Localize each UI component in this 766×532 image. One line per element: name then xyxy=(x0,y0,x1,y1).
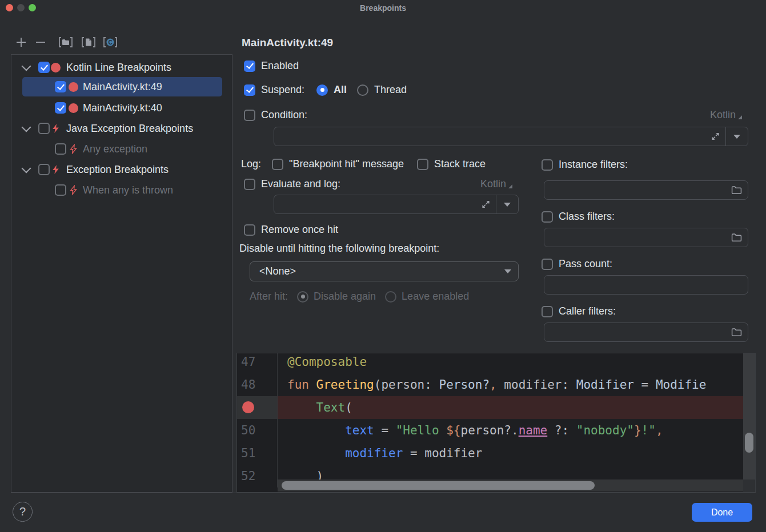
code-line-47: 47 @Composable xyxy=(237,353,755,373)
checkbox-kotlin-line-group[interactable] xyxy=(38,62,50,73)
breakpoint-dot-icon xyxy=(69,103,78,113)
tree-item-when-any-thrown[interactable]: When any is thrown xyxy=(11,180,232,200)
folder-icon[interactable] xyxy=(731,328,742,337)
code-line-48: 48 fun Greeting(person: Person?, modifie… xyxy=(237,373,755,396)
help-button[interactable]: ? xyxy=(13,502,33,522)
group-by-file-icon xyxy=(82,36,95,49)
code-lines: 47 @Composable 48 fun Greeting(person: P… xyxy=(237,353,755,487)
pass-count-field[interactable] xyxy=(544,275,748,295)
tree-group-exception[interactable]: Exception Breakpoints xyxy=(11,159,232,180)
code-line-50: 50 text = "Hello ${person?.name ?: "nobo… xyxy=(237,419,755,442)
group-by-class-button[interactable]: C xyxy=(102,34,118,50)
checkbox-any-exception[interactable] xyxy=(55,143,66,155)
log-message-checkbox[interactable] xyxy=(272,159,283,170)
breakpoint-dot-icon[interactable] xyxy=(242,401,254,413)
remove-once-label[interactable]: Remove once hit xyxy=(261,224,338,236)
chevron-down-icon xyxy=(733,135,740,139)
expand-editor-icon[interactable] xyxy=(481,200,491,209)
tree-item-any-exception[interactable]: Any exception xyxy=(11,139,232,159)
tree-item-mainactivity-49[interactable]: MainActivity.kt:49 xyxy=(11,76,232,97)
pass-count-checkbox[interactable] xyxy=(542,259,553,270)
checkbox-mainactivity-49[interactable] xyxy=(55,81,66,92)
language-corner-icon xyxy=(508,184,512,188)
disable-again-label: Disable again xyxy=(314,291,376,303)
suspend-checkbox[interactable] xyxy=(244,84,255,96)
enabled-checkbox[interactable] xyxy=(244,61,255,72)
tree-group-label: Kotlin Line Breakpoints xyxy=(66,62,171,74)
horizontal-scrollbar-thumb[interactable] xyxy=(282,481,595,490)
chevron-down-icon[interactable] xyxy=(22,164,31,174)
remove-breakpoint-button[interactable] xyxy=(33,34,49,50)
breakpoint-gutter xyxy=(237,396,278,419)
remove-once-row: Remove once hit xyxy=(244,224,338,236)
target-breakpoint-combobox[interactable]: <None> xyxy=(250,261,519,281)
breakpoint-title: MainActivity.kt:49 xyxy=(242,37,333,49)
caller-filters-label: Caller filters: xyxy=(559,305,616,317)
checkbox-exception-group[interactable] xyxy=(38,164,50,175)
language-corner-icon xyxy=(738,115,742,119)
remove-once-checkbox[interactable] xyxy=(244,224,255,236)
condition-label: Condition: xyxy=(261,109,307,121)
line-number: 50 xyxy=(237,419,278,442)
disable-until-label: Disable until hitting the following brea… xyxy=(239,243,439,255)
line-number: 48 xyxy=(237,373,278,396)
class-filters-field[interactable] xyxy=(544,228,748,247)
vertical-scrollbar[interactable] xyxy=(743,353,755,492)
caller-filters-field[interactable] xyxy=(544,323,748,342)
evaluate-input[interactable] xyxy=(274,195,496,213)
pass-count-row: Pass count: xyxy=(542,258,612,270)
title-bar: Breakpoints xyxy=(0,0,766,16)
checkbox-when-any-thrown[interactable] xyxy=(55,184,66,196)
expand-editor-icon[interactable] xyxy=(711,132,720,142)
leave-enabled-radio[interactable] xyxy=(385,291,396,303)
instance-filters-checkbox[interactable] xyxy=(542,159,553,171)
condition-checkbox[interactable] xyxy=(244,110,255,121)
tree-item-mainactivity-40[interactable]: MainActivity.kt:40 xyxy=(11,98,232,118)
caller-filters-checkbox[interactable] xyxy=(542,306,553,317)
evaluate-language-chooser[interactable]: Kotlin xyxy=(480,178,512,190)
folder-icon[interactable] xyxy=(731,233,742,242)
log-message-label[interactable]: "Breakpoint hit" message xyxy=(289,158,404,170)
condition-history-dropdown[interactable] xyxy=(725,127,748,146)
line-number: 52 xyxy=(237,465,278,487)
suspend-all-radio[interactable] xyxy=(316,84,328,96)
log-label: Log: xyxy=(241,158,261,170)
vertical-scrollbar-thumb[interactable] xyxy=(745,433,753,453)
suspend-thread-label[interactable]: Thread xyxy=(374,84,407,96)
breakpoints-tree: Kotlin Line Breakpoints MainActivity.kt:… xyxy=(11,54,232,493)
tree-group-java-exception[interactable]: Java Exception Breakpoints xyxy=(11,118,232,139)
tree-group-kotlin-line[interactable]: Kotlin Line Breakpoints xyxy=(11,57,232,78)
class-filters-checkbox[interactable] xyxy=(542,211,553,223)
disable-again-radio[interactable] xyxy=(297,291,308,303)
stack-trace-checkbox[interactable] xyxy=(417,159,428,170)
line-number: 47 xyxy=(237,353,278,373)
exception-bolt-outline-icon xyxy=(69,144,78,154)
add-breakpoint-button[interactable] xyxy=(13,34,29,50)
suspend-row: Suspend: All Thread xyxy=(244,84,407,96)
tree-item-label: When any is thrown xyxy=(83,184,173,196)
instance-filters-field[interactable] xyxy=(544,180,748,200)
condition-language-chooser[interactable]: Kotlin xyxy=(710,109,742,121)
line-number: 51 xyxy=(237,442,278,465)
group-by-file-button[interactable] xyxy=(81,34,97,50)
folder-icon[interactable] xyxy=(731,186,742,195)
suspend-thread-radio[interactable] xyxy=(357,84,368,96)
done-button[interactable]: Done xyxy=(692,503,752,522)
chevron-down-icon[interactable] xyxy=(22,62,31,71)
chevron-down-icon[interactable] xyxy=(22,123,31,132)
horizontal-scrollbar[interactable] xyxy=(278,479,743,491)
disable-until-row: Disable until hitting the following brea… xyxy=(239,243,439,255)
checkbox-mainactivity-40[interactable] xyxy=(55,102,66,114)
suspend-all-label[interactable]: All xyxy=(334,84,347,96)
tree-group-label: Exception Breakpoints xyxy=(66,164,169,176)
window-title: Breakpoints xyxy=(0,3,766,13)
group-by-package-button[interactable] xyxy=(58,34,74,50)
evaluate-language-label: Kotlin xyxy=(480,178,506,190)
evaluate-label: Evaluate and log: xyxy=(261,178,340,190)
stack-trace-label[interactable]: Stack trace xyxy=(434,158,486,170)
evaluate-history-dropdown[interactable] xyxy=(496,195,518,213)
minus-icon xyxy=(34,36,47,49)
condition-input[interactable] xyxy=(274,127,725,146)
checkbox-java-exception-group[interactable] xyxy=(38,123,50,134)
evaluate-checkbox[interactable] xyxy=(244,179,255,190)
